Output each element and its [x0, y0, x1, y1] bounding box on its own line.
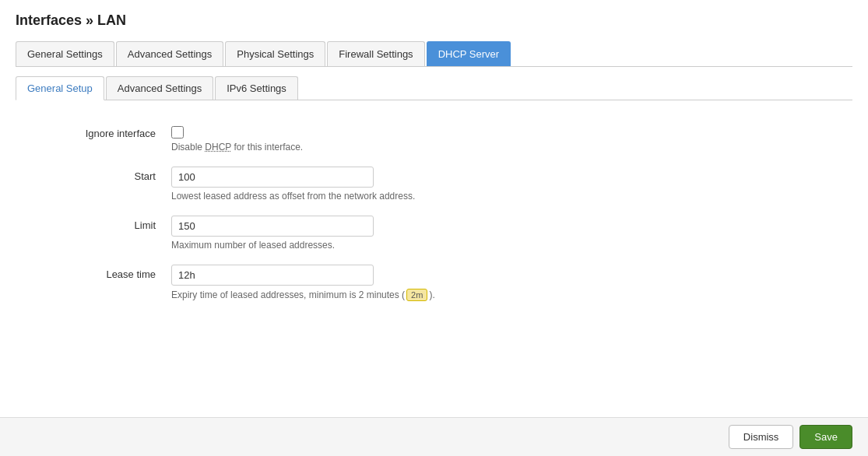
ignore-interface-checkbox[interactable]: [171, 126, 184, 139]
ignore-interface-label: Ignore interface: [16, 124, 171, 139]
lease-time-hint: Expiry time of leased addresses, minimum…: [171, 289, 435, 301]
sub-tab-advanced-settings[interactable]: Advanced Settings: [106, 76, 213, 100]
action-bar: Dismiss Save: [0, 417, 868, 456]
dhcp-form: Ignore interface Disable DHCP for this i…: [16, 116, 852, 323]
save-button[interactable]: Save: [799, 425, 852, 449]
page-title: Interfaces » LAN: [16, 12, 852, 29]
dismiss-button[interactable]: Dismiss: [729, 425, 794, 449]
sub-tab-ipv6-settings[interactable]: IPv6 Settings: [215, 76, 298, 100]
start-control: 100 Lowest leased address as offset from…: [171, 167, 415, 202]
lease-time-hint-prefix: Expiry time of leased addresses, minimum…: [171, 289, 405, 300]
tab-general-settings[interactable]: General Settings: [16, 41, 114, 66]
lease-time-hint-suffix: ).: [429, 289, 434, 300]
sub-tab-bar: General Setup Advanced Settings IPv6 Set…: [16, 67, 852, 100]
ignore-interface-row: Ignore interface Disable DHCP for this i…: [16, 124, 852, 153]
tab-advanced-settings[interactable]: Advanced Settings: [116, 41, 223, 66]
sub-tab-general-setup[interactable]: General Setup: [16, 76, 104, 100]
lease-time-row: Lease time 12h Expiry time of leased add…: [16, 265, 852, 301]
start-label: Start: [16, 167, 171, 182]
ignore-interface-control: Disable DHCP for this interface.: [171, 124, 303, 153]
tab-physical-settings[interactable]: Physical Settings: [225, 41, 325, 66]
limit-hint: Maximum number of leased addresses.: [171, 240, 374, 251]
ignore-interface-hint: Disable DHCP for this interface.: [171, 142, 303, 153]
limit-row: Limit 150 Maximum number of leased addre…: [16, 216, 852, 251]
limit-input[interactable]: 150: [171, 216, 374, 237]
lease-time-control: 12h Expiry time of leased addresses, min…: [171, 265, 435, 301]
start-hint: Lowest leased address as offset from the…: [171, 191, 415, 202]
start-row: Start 100 Lowest leased address as offse…: [16, 167, 852, 202]
tab-dhcp-server[interactable]: DHCP Server: [427, 41, 511, 66]
lease-time-label: Lease time: [16, 265, 171, 280]
lease-time-badge: 2m: [406, 289, 427, 301]
lease-time-input[interactable]: 12h: [171, 265, 374, 286]
top-tab-bar: General Settings Advanced Settings Physi…: [16, 41, 852, 67]
limit-label: Limit: [16, 216, 171, 231]
tab-firewall-settings[interactable]: Firewall Settings: [327, 41, 424, 66]
start-input[interactable]: 100: [171, 167, 374, 188]
limit-control: 150 Maximum number of leased addresses.: [171, 216, 374, 251]
